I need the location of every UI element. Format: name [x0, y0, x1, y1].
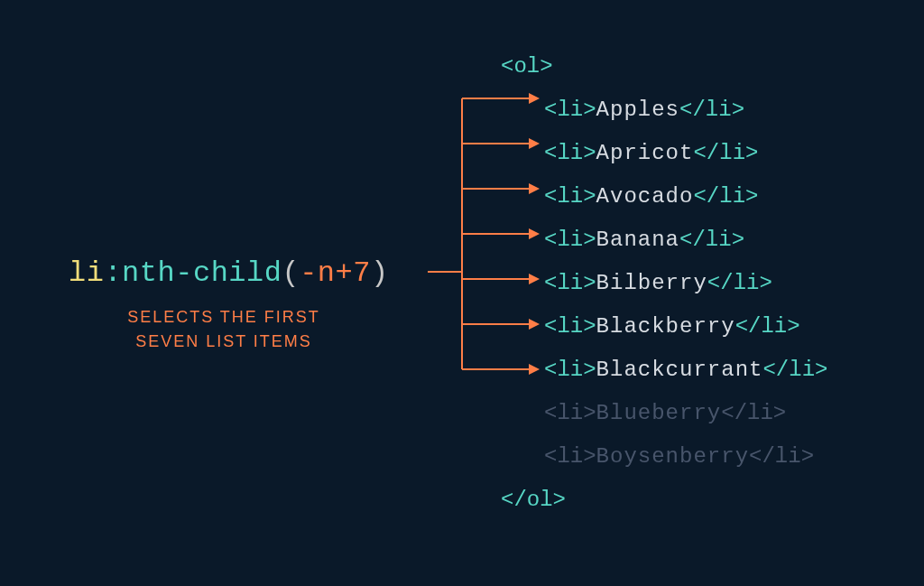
list-item: <li>Avocado</li> — [501, 175, 827, 219]
li-close-tag: </li> — [762, 358, 827, 382]
ol-close-tag: </ol> — [501, 488, 566, 512]
li-text: Bilberry — [596, 271, 707, 295]
css-selector: li:nth-child(-n+7) — [69, 256, 389, 290]
li-text: Apples — [596, 98, 679, 122]
li-open-tag: <li> — [544, 314, 596, 339]
li-open-tag: <li> — [544, 184, 596, 209]
caption-line-2: SEVEN LIST ITEMS — [135, 332, 312, 350]
li-text: Blueberry — [596, 401, 722, 425]
selector-panel: li:nth-child(-n+7) SELECTS THE FIRST SEV… — [0, 0, 433, 586]
caption-line-1: SELECTS THE FIRST — [127, 308, 320, 326]
li-open-tag: <li> — [544, 271, 596, 295]
li-close-tag: </li> — [749, 444, 814, 469]
li-open-tag: <li> — [544, 228, 596, 252]
li-open-tag: <li> — [544, 98, 596, 122]
li-close-tag: </li> — [721, 401, 786, 425]
selector-pseudo: :nth-child — [104, 256, 282, 290]
list-item: <li>Apples</li> — [501, 88, 827, 132]
list-item: <li>Blackcurrant</li> — [501, 349, 827, 392]
selector-close-paren: ) — [371, 256, 389, 290]
li-close-tag: </li> — [693, 184, 758, 209]
li-open-tag: <li> — [544, 358, 596, 382]
li-close-tag: </li> — [693, 141, 758, 165]
li-text: Boysenberry — [596, 444, 749, 469]
list-item: <li>Banana</li> — [501, 219, 827, 262]
list-item: <li>Blueberry</li> — [501, 392, 827, 435]
li-text: Apricot — [596, 141, 694, 165]
code-open-ol: <ol> — [501, 45, 827, 88]
li-close-tag: </li> — [679, 98, 744, 122]
li-text: Avocado — [596, 184, 694, 209]
list-item: <li>Apricot</li> — [501, 132, 827, 175]
li-close-tag: </li> — [707, 271, 772, 295]
selector-tag: li — [69, 256, 104, 290]
selector-open-paren: ( — [282, 256, 300, 290]
code-block: <ol> <li>Apples</li> <li>Apricot</li> <l… — [501, 45, 827, 522]
li-close-tag: </li> — [679, 228, 744, 252]
li-open-tag: <li> — [544, 444, 596, 469]
code-panel: <ol> <li>Apples</li> <li>Apricot</li> <l… — [451, 0, 924, 586]
selector-caption: SELECTS THE FIRST SEVEN LIST ITEMS — [88, 305, 359, 354]
li-open-tag: <li> — [544, 141, 596, 165]
li-close-tag: </li> — [735, 314, 800, 339]
ol-open-tag: <ol> — [501, 54, 553, 79]
list-item: <li>Boysenberry</li> — [501, 435, 827, 479]
code-close-ol: </ol> — [501, 479, 827, 522]
list-item: <li>Bilberry</li> — [501, 262, 827, 305]
li-text: Blackcurrant — [596, 358, 763, 382]
list-item: <li>Blackberry</li> — [501, 305, 827, 349]
li-text: Blackberry — [596, 314, 735, 339]
li-open-tag: <li> — [544, 401, 596, 425]
selector-argument: -n+7 — [300, 256, 371, 290]
li-text: Banana — [596, 228, 679, 252]
